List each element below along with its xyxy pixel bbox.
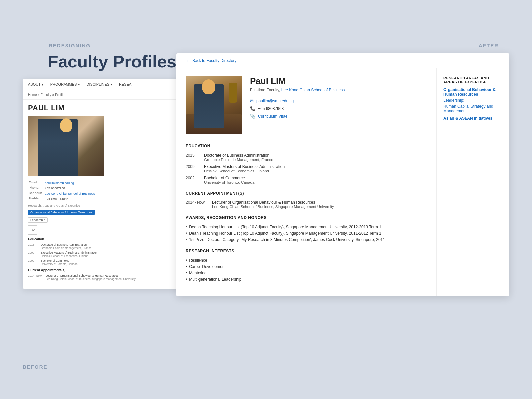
after-right-column: RESEARCH AREAS AND AREAS OF EXPERTISE Or…: [436, 68, 509, 296]
after-appointment-section: CURRENT APPOINTMENT(S) 2014- Now Lecture…: [186, 191, 427, 209]
before-research-label: Research Areas and Areas of Expertise: [28, 204, 180, 207]
cv-icon: 📎: [250, 114, 255, 119]
table-row: 2002 Bachelor of Commerce University of …: [186, 176, 427, 184]
after-interests-section: RESEARCH INTERESTS • Resilience • Career…: [186, 249, 427, 282]
table-row: 2009 Executive Masters of Business Admin…: [28, 251, 180, 258]
after-awards-title: AWARDS, RECOGNITION AND HONORS: [186, 215, 427, 221]
after-left-column: Paul LIM Full-time Faculty, Lee Kong Chi…: [176, 68, 436, 296]
bullet-icon: •: [186, 225, 187, 229]
before-tag-org[interactable]: Organisational Behaviour & Human Resourc…: [28, 210, 95, 215]
after-label: AFTER: [479, 43, 499, 48]
after-faculty-title: Full-time Faculty, Lee Kong Chian School…: [250, 88, 427, 92]
after-education-title: EDUCATION: [186, 144, 427, 149]
before-panel: ABOUT PROGRAMMES DISCIPLINES RESEA... Ho…: [23, 79, 186, 289]
back-link-text: Back to Faculty Directory: [192, 58, 236, 63]
phone-value: +65 68087968: [45, 186, 95, 190]
redesigning-label: REDESIGNING: [49, 43, 91, 48]
nav-disciplines[interactable]: DISCIPLINES: [87, 82, 113, 87]
after-awards-section: AWARDS, RECOGNITION AND HONORS • Dean's …: [186, 215, 427, 242]
before-cv-box[interactable]: CV: [28, 225, 37, 235]
photo-head: [60, 118, 72, 132]
after-education-section: EDUCATION 2015 Doctorate of Business Adm…: [186, 144, 427, 184]
after-faculty-name: Paul LIM: [250, 76, 427, 86]
table-row: 2015 Doctorate of Business Administratio…: [186, 153, 427, 162]
email-link[interactable]: paullim@smu.edu.sg: [256, 99, 294, 103]
research-link-asian[interactable]: Asian & ASEAN Initiatives: [443, 116, 503, 121]
phone-row: 📞 +65 68087968: [250, 106, 427, 111]
before-content: PAUL LIM Email: paullim@smu.edu.sg Phone…: [23, 100, 186, 289]
profile-value: Full-time Faculty: [45, 196, 95, 201]
list-item: • Career Development: [186, 264, 427, 269]
list-item: • Multi-generational Leadership: [186, 277, 427, 282]
after-appointment-title: CURRENT APPOINTMENT(S): [186, 191, 427, 196]
phone-value: +65 68087968: [258, 106, 284, 111]
phone-icon: 📞: [250, 106, 255, 111]
bullet-icon: •: [186, 231, 187, 236]
back-arrow-icon: ←: [186, 58, 190, 63]
before-breadcrumb: Home » Faculty » Profile: [23, 90, 186, 100]
email-row: ✉ paullim@smu.edu.sg: [250, 98, 427, 103]
table-row: 2015 Doctorate of Business Administratio…: [28, 243, 180, 250]
phone-label: Phone:: [29, 186, 44, 190]
before-faculty-photo: [28, 116, 104, 176]
research-link-org[interactable]: Organisational Behaviour & Human Resourc…: [443, 87, 503, 97]
after-research-areas-section: RESEARCH AREAS AND AREAS OF EXPERTISE Or…: [443, 76, 503, 121]
list-item: • Resilience: [186, 258, 427, 263]
school-link[interactable]: Lee Kong Chian School of Business: [281, 88, 345, 92]
research-link-human-capital[interactable]: Human Capital Strategy and Management: [443, 104, 503, 113]
after-contact-section: ✉ paullim@smu.edu.sg 📞 +65 68087968 📎 Cu…: [250, 98, 427, 119]
bullet-icon: •: [186, 271, 187, 275]
list-item: • Dean's Teaching Honour List (Top 10 Ad…: [186, 225, 427, 229]
after-profile-info: Paul LIM Full-time Faculty, Lee Kong Chi…: [250, 76, 427, 134]
before-label: BEFORE: [23, 364, 48, 370]
before-tag-leadership[interactable]: Leadership: [28, 217, 48, 223]
after-faculty-photo: [186, 76, 242, 134]
after-profile-top: Paul LIM Full-time Faculty, Lee Kong Chi…: [186, 76, 427, 134]
profile-label: Profile:: [29, 196, 44, 201]
school-label: Schools:: [29, 191, 44, 196]
bullet-icon: •: [186, 264, 187, 269]
before-nav: ABOUT PROGRAMMES DISCIPLINES RESEA...: [23, 79, 186, 90]
research-link-leadership[interactable]: Leadership;: [443, 98, 503, 103]
bullet-icon: •: [186, 277, 187, 282]
cv-row: 📎 Curriculum Vitae: [250, 114, 427, 119]
after-research-areas-title: RESEARCH AREAS AND AREAS OF EXPERTISE: [443, 76, 503, 84]
email-icon: ✉: [250, 98, 254, 103]
school-value[interactable]: Lee Kong Chian School of Business: [45, 191, 95, 196]
page-title: Faculty Profiles: [48, 52, 176, 71]
nav-about[interactable]: ABOUT: [28, 82, 44, 87]
photo-person-head: [202, 79, 215, 94]
bullet-icon: •: [186, 237, 187, 242]
nav-research[interactable]: RESEA...: [119, 82, 134, 87]
after-panel: ← Back to Faculty Directory Paul LIM: [176, 53, 509, 296]
before-faculty-name: PAUL LIM: [28, 104, 180, 112]
email-label: Email:: [29, 180, 44, 185]
cv-link[interactable]: Curriculum Vitae: [258, 114, 287, 119]
before-education-title: Education: [28, 237, 180, 241]
list-item: • Mentoring: [186, 271, 427, 275]
list-item: • Dean's Teaching Honour List (Top 10 Ad…: [186, 231, 427, 236]
list-item: • 1st Prize, Doctoral Category, 'My Rese…: [186, 237, 427, 242]
photo-vase: [229, 83, 237, 103]
before-info-table: Email: paullim@smu.edu.sg Phone: +65 680…: [28, 180, 96, 201]
email-value[interactable]: paullim@smu.edu.sg: [45, 180, 95, 185]
bullet-icon: •: [186, 258, 187, 263]
table-row: 2002 Bachelor of CommerceUniversity of T…: [28, 259, 180, 266]
after-main-content: Paul LIM Full-time Faculty, Lee Kong Chi…: [176, 68, 509, 296]
before-appointment-title: Current Appointment(s): [28, 268, 180, 272]
nav-programmes[interactable]: PROGRAMMES: [50, 82, 80, 87]
table-row: 2009 Executive Masters of Business Admin…: [186, 164, 427, 173]
table-row: 2014- Now Lecturer of Organisational Beh…: [28, 274, 180, 281]
after-interests-title: RESEARCH INTERESTS: [186, 249, 427, 254]
back-to-directory-button[interactable]: ← Back to Faculty Directory: [176, 53, 509, 68]
table-row: 2014- Now Lecturer of Organisational Beh…: [186, 200, 427, 209]
